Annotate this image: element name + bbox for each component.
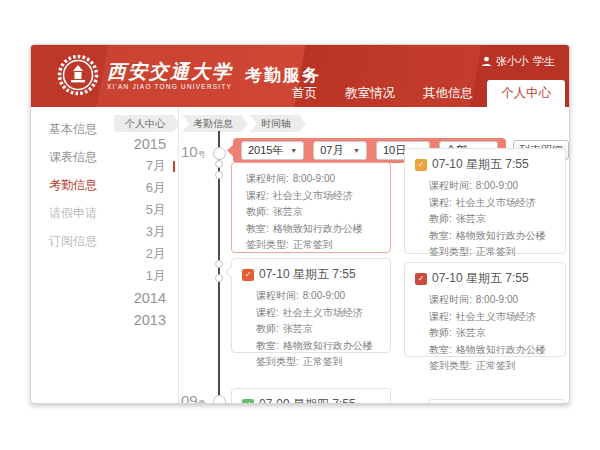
signin-status-icon bbox=[415, 273, 427, 285]
chevron-down-icon: ▼ bbox=[353, 147, 360, 154]
period-january[interactable]: 1月 bbox=[109, 265, 178, 287]
period-june[interactable]: 6月 bbox=[109, 177, 178, 199]
period-may[interactable]: 5月 bbox=[109, 199, 178, 221]
timeline-period-list: 2015 7月 6月 5月 3月 2月 1月 2014 2013 bbox=[109, 107, 179, 403]
current-month-marker bbox=[173, 161, 175, 172]
main-nav: 首页 教室情况 其他信息 个人中心 bbox=[278, 80, 565, 107]
period-2015[interactable]: 2015 bbox=[109, 133, 178, 155]
period-march[interactable]: 3月 bbox=[109, 221, 178, 243]
timeline-node bbox=[215, 160, 223, 168]
attendance-card-selected[interactable]: 课程时间:8:00-9:00 课程:社会主义市场经济 教师:张芸京 教室:格物致… bbox=[231, 162, 391, 253]
period-july[interactable]: 7月 bbox=[109, 155, 178, 177]
user-name: 张小小 bbox=[496, 54, 529, 69]
university-name-en: XI'AN JIAO TONG UNIVERSITY bbox=[107, 83, 233, 90]
year-dropdown[interactable]: 2015年▼ bbox=[241, 141, 304, 160]
person-icon bbox=[481, 56, 492, 67]
user-role: 学生 bbox=[533, 54, 555, 69]
university-name-cn: 西安交通大学 bbox=[107, 61, 233, 82]
sidebar: 基本信息 课表信息 考勤信息 请假申请 订阅信息 bbox=[31, 107, 109, 403]
page: 西安交通大学 XI'AN JIAO TONG UNIVERSITY 考勤服务 张… bbox=[0, 0, 600, 450]
period-2014[interactable]: 2014 bbox=[109, 287, 178, 309]
breadcrumb: 个人中心 考勤信息 时间轴 bbox=[114, 115, 308, 132]
nav-other-info[interactable]: 其他信息 bbox=[409, 80, 487, 107]
attendance-card-partial[interactable] bbox=[428, 399, 566, 404]
nav-home[interactable]: 首页 bbox=[278, 80, 331, 107]
sidebar-item-subscription-info[interactable]: 订阅信息 bbox=[31, 227, 109, 255]
attendance-card[interactable]: 07-10 星期五 7:55 课程时间:8:00-9:00 课程:社会主义市场经… bbox=[404, 262, 566, 357]
user-menu[interactable]: 张小小 学生 bbox=[481, 54, 555, 69]
nav-classrooms[interactable]: 教室情况 bbox=[331, 80, 409, 107]
timeline-node bbox=[215, 274, 223, 282]
timeline-node bbox=[213, 147, 226, 160]
app-window: 西安交通大学 XI'AN JIAO TONG UNIVERSITY 考勤服务 张… bbox=[30, 44, 570, 404]
sidebar-item-leave-request[interactable]: 请假申请 bbox=[31, 199, 109, 227]
nav-personal-center[interactable]: 个人中心 bbox=[487, 80, 565, 107]
signin-status-icon bbox=[242, 269, 254, 281]
breadcrumb-personal-center[interactable]: 个人中心 bbox=[114, 115, 180, 132]
sidebar-item-schedule-info[interactable]: 课表信息 bbox=[31, 143, 109, 171]
filter-bar-tail bbox=[227, 144, 240, 157]
university-logo-icon bbox=[57, 54, 99, 96]
period-2013[interactable]: 2013 bbox=[109, 309, 178, 331]
signin-status-icon bbox=[242, 399, 254, 405]
attendance-card[interactable]: 07-10 星期五 7:55 课程时间:8:00-9:00 课程:社会主义市场经… bbox=[231, 258, 391, 353]
signin-status-icon bbox=[415, 159, 427, 171]
period-february[interactable]: 2月 bbox=[109, 243, 178, 265]
timeline-node bbox=[213, 395, 226, 404]
breadcrumb-timeline[interactable]: 时间轴 bbox=[250, 115, 306, 132]
app-header: 西安交通大学 XI'AN JIAO TONG UNIVERSITY 考勤服务 张… bbox=[31, 45, 569, 107]
sidebar-item-attendance-info[interactable]: 考勤信息 bbox=[31, 171, 109, 199]
day-marker-10: 10号 bbox=[181, 143, 206, 161]
attendance-card[interactable]: 07-09 星期四 7:55 bbox=[231, 388, 391, 404]
attendance-card[interactable]: 07-10 星期五 7:55 课程时间:8:00-9:00 课程:社会主义市场经… bbox=[404, 148, 566, 254]
university-name: 西安交通大学 XI'AN JIAO TONG UNIVERSITY bbox=[107, 61, 233, 90]
chevron-down-icon: ▼ bbox=[290, 147, 297, 154]
timeline-node bbox=[215, 260, 223, 268]
day-marker-09: 09号 bbox=[181, 392, 206, 404]
month-dropdown[interactable]: 07月▼ bbox=[313, 141, 367, 160]
timeline-node bbox=[215, 171, 223, 179]
breadcrumb-attendance-info[interactable]: 考勤信息 bbox=[182, 115, 248, 132]
sidebar-item-basic-info[interactable]: 基本信息 bbox=[31, 115, 109, 143]
